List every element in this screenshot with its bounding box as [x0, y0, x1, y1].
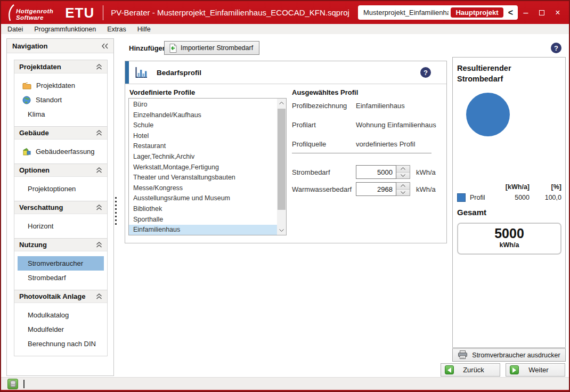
total-unit: kWh/a	[458, 241, 560, 249]
nav-section-header-projektdaten[interactable]: Projektdaten	[14, 60, 107, 74]
divider	[292, 153, 431, 153]
profile-list-item[interactable]: Restaurant	[129, 141, 277, 152]
collapse-sidebar-icon[interactable]	[101, 43, 108, 49]
nav-section-header-verschattung[interactable]: Verschattung	[14, 201, 107, 214]
import-strombedarf-button[interactable]: Importierter Strombedarf	[164, 41, 259, 55]
strombedarf-row: Strombedarf kWh/a	[292, 165, 436, 179]
folder-icon	[22, 82, 31, 89]
profile-list-item[interactable]: Bibliothek	[129, 204, 277, 215]
legend-row-profil: Profil 5000 100,0	[457, 192, 561, 203]
window-controls: – ×	[518, 1, 566, 24]
scroll-up-icon[interactable]	[277, 99, 286, 108]
hinzufuegen-label: Hinzufügen:	[129, 44, 169, 52]
nav-section-header-photovoltaik[interactable]: Photovoltaik Anlage	[14, 290, 107, 303]
stepper-down-icon[interactable]	[396, 172, 410, 179]
input-label: Strombedarf	[292, 168, 356, 176]
maximize-button[interactable]	[534, 8, 550, 18]
profile-list-item[interactable]: Schule	[129, 120, 277, 131]
profile-list-item[interactable]: Einzelhandel/Kaufhaus	[129, 110, 277, 121]
list-scrollbar[interactable]	[277, 99, 286, 235]
stepper-up-icon[interactable]	[396, 166, 410, 172]
nav-section-header-optionen[interactable]: Optionen	[14, 164, 107, 177]
legend-kwh-value: 5000	[499, 194, 530, 201]
zurueck-button[interactable]: Zurück	[441, 363, 500, 377]
profile-list-item[interactable]: Lager,Technik,Archiv	[129, 152, 277, 162]
detail-row: Profilart Wohnung Einfamilienhaus	[292, 121, 436, 129]
detail-row: Profilbezeichnung Einfamilienhaus	[292, 102, 405, 110]
tab-chevron-left-icon[interactable]: <	[506, 8, 516, 18]
sidebar-item-label: Klima	[28, 110, 45, 118]
hottgenroth-logo: Hottgenroth Software	[7, 4, 53, 21]
profile-list-item[interactable]: Büro	[129, 100, 277, 110]
sidebar-item-klima[interactable]: Klima	[18, 107, 104, 121]
building-icon	[22, 148, 31, 156]
next-arrow-icon	[510, 365, 519, 374]
nav-section-header-nutzung[interactable]: Nutzung	[14, 238, 107, 251]
sidebar-item-gebaeudeerfassung[interactable]: Gebäudeerfassung	[18, 144, 104, 159]
sidebar-item-label: Berechnung nach DIN	[28, 340, 96, 348]
project-tab-label: Musterprojekt_Einfamilienhau...	[363, 9, 449, 17]
selected-profile-header: Ausgewähltes Profil	[292, 88, 358, 96]
sidebar-item-berechnung-nach-din[interactable]: Berechnung nach DIN	[18, 337, 104, 351]
nav-section-header-gebaeude[interactable]: Gebäude	[14, 126, 107, 140]
help-icon[interactable]: ?	[420, 67, 431, 78]
input-label: Warmwasserbedarf	[292, 185, 356, 193]
chevron-double-up-icon	[96, 205, 102, 210]
project-tab[interactable]: Musterprojekt_Einfamilienhau... Hauptpro…	[358, 5, 518, 20]
sidebar-item-label: Projektdaten	[36, 81, 75, 89]
warmwasserbedarf-row: Warmwasserbedarf kWh/a	[292, 182, 436, 196]
scrollbar-thumb[interactable]	[278, 109, 286, 210]
sidebar-item-label: Gebäudeerfassung	[36, 148, 95, 156]
legend-col-pct: [%]	[530, 183, 561, 191]
printer-icon	[458, 350, 468, 360]
sidebar-item-modulkatalog[interactable]: Modulkatalog	[18, 308, 104, 322]
chevron-double-up-icon	[96, 293, 102, 299]
sidebar-item-horizont[interactable]: Horizont	[18, 219, 104, 233]
weiter-button[interactable]: Weiter	[506, 363, 565, 377]
panel-title: Bedarfsprofil	[157, 69, 201, 77]
result-panel-title: Resultierender Strombedarf	[457, 63, 565, 84]
stepper-down-icon[interactable]	[396, 189, 410, 196]
profile-list-item[interactable]: Messe/Kongress	[129, 183, 277, 194]
profile-list-item[interactable]: Sporthalle	[129, 215, 277, 225]
detail-row: Profilquelle vordefiniertes Profil	[292, 140, 415, 148]
warmwasserbedarf-input[interactable]	[356, 182, 396, 196]
sidebar-item-modulfelder[interactable]: Modulfelder	[18, 322, 104, 337]
nav-section-title: Nutzung	[19, 241, 47, 249]
profile-list-item[interactable]: Ausstellungsräume und Museum	[129, 193, 277, 204]
window-title: PV-Berater - Musterprojekt_Einfamilienha…	[111, 8, 349, 17]
menu-bar: Datei Programmfunktionen Extras Hilfe	[1, 24, 569, 34]
gesamt-label: Gesamt	[457, 208, 486, 217]
sidebar-splitter-handle[interactable]	[115, 197, 117, 225]
menu-hilfe[interactable]: Hilfe	[137, 26, 151, 33]
bedarfsprofil-header: Bedarfsprofil ?	[125, 61, 446, 84]
logo-line1: Hottgenroth	[16, 8, 53, 14]
menu-extras[interactable]: Extras	[107, 26, 126, 33]
profile-list-item[interactable]: Werkstatt,Montage,Fertigung	[129, 162, 277, 173]
sidebar-item-projektdaten[interactable]: Projektdaten	[18, 78, 104, 93]
detail-value: Einfamilienhaus	[356, 102, 405, 110]
profiles-list-header: Vordefinierte Profile	[129, 88, 195, 96]
profile-list-item[interactable]: Hotel	[129, 131, 277, 142]
sidebar-item-projektoptionen[interactable]: Projektoptionen	[18, 182, 104, 196]
status-text-caret	[23, 380, 25, 388]
navigation-accordion: Projektdaten Projektdaten Standort Klima	[14, 60, 108, 356]
sidebar-item-strombedarf[interactable]: Strombedarf	[18, 271, 104, 285]
profile-list-item[interactable]: Theater und Veranstaltungsbauten	[129, 173, 277, 183]
sidebar-item-stromverbraucher[interactable]: Stromverbraucher	[18, 256, 104, 271]
chevron-double-up-icon	[96, 167, 102, 173]
menu-programmfunktionen[interactable]: Programmfunktionen	[34, 26, 96, 33]
help-icon[interactable]: ?	[551, 43, 561, 53]
unit-label: kWh/a	[416, 168, 436, 176]
minimize-button[interactable]: –	[518, 8, 534, 18]
profile-list-item-selected[interactable]: Einfamilienhaus	[129, 225, 277, 235]
strombedarf-input[interactable]	[356, 165, 396, 179]
panel-accent-bar	[125, 61, 129, 84]
close-button[interactable]: ×	[550, 8, 566, 18]
legend-col-kwh: [kWh/a]	[499, 183, 530, 191]
scroll-down-icon[interactable]	[277, 226, 286, 235]
print-stromverbraucher-button[interactable]: Stromverbraucher ausdrucker	[452, 348, 566, 362]
sidebar-item-standort[interactable]: Standort	[18, 93, 104, 107]
stepper-up-icon[interactable]	[396, 183, 410, 189]
menu-datei[interactable]: Datei	[7, 26, 23, 33]
